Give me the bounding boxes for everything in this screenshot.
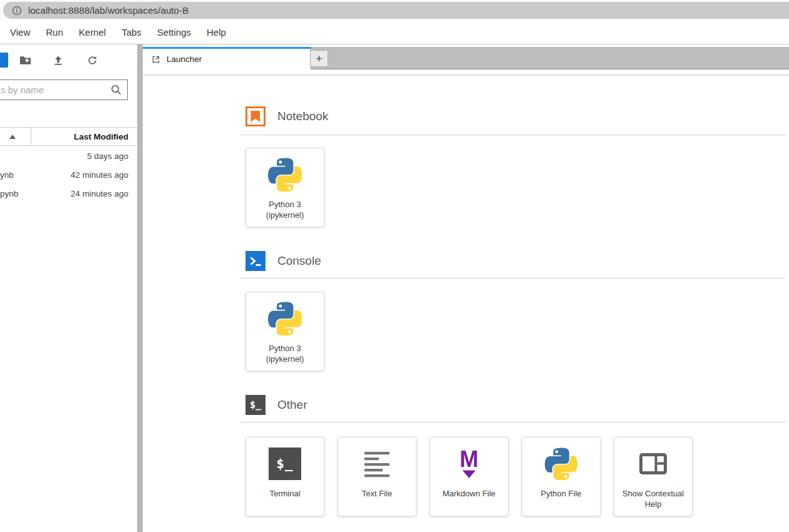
info-icon[interactable] bbox=[12, 6, 22, 16]
launcher-card-terminal[interactable]: $_ Terminal bbox=[245, 437, 324, 516]
python-logo-icon bbox=[545, 446, 577, 481]
file-browser-panel: Last Modified 5 days ago ynb 42 minutes … bbox=[0, 44, 137, 532]
section-header-other: $_ Other bbox=[245, 395, 307, 415]
browser-top-bar: localhost:8888/lab/workspaces/auto-B bbox=[0, 0, 789, 20]
menu-run[interactable]: Run bbox=[46, 24, 63, 40]
menu-kernel[interactable]: Kernel bbox=[79, 24, 106, 40]
launcher-card-markdown-file[interactable]: M Markdown File bbox=[430, 437, 508, 516]
new-folder-button[interactable] bbox=[18, 53, 32, 67]
main-dock-panel: Launcher + Notebook bbox=[143, 44, 789, 532]
menu-help[interactable]: Help bbox=[207, 24, 226, 40]
file-browser-toolbar bbox=[0, 44, 137, 74]
svg-text:M: M bbox=[460, 448, 478, 472]
file-row[interactable]: 5 days ago bbox=[0, 146, 137, 165]
launcher-card-python-file[interactable]: Python File bbox=[522, 437, 601, 516]
text-file-icon bbox=[361, 446, 393, 481]
dock-tab-bar: Launcher + bbox=[143, 47, 789, 69]
python-logo-icon bbox=[268, 301, 302, 336]
address-bar[interactable]: localhost:8888/lab/workspaces/auto-B bbox=[3, 2, 789, 19]
sort-ascending-icon[interactable] bbox=[9, 135, 16, 139]
filter-files-input[interactable] bbox=[0, 79, 128, 100]
launcher-card-text-file[interactable]: Text File bbox=[338, 437, 416, 516]
terminal-icon: $_ bbox=[245, 395, 266, 415]
url-text: localhost:8888/lab/workspaces/auto-B bbox=[28, 5, 188, 16]
refresh-icon bbox=[87, 55, 98, 66]
contextual-help-icon bbox=[637, 446, 669, 481]
refresh-button[interactable] bbox=[85, 53, 99, 67]
menu-bar: View Run Kernel Tabs Settings Help bbox=[0, 20, 789, 44]
sidebar-resize-handle[interactable] bbox=[137, 44, 143, 532]
file-row[interactable]: ynb 42 minutes ago bbox=[0, 165, 137, 184]
upload-button[interactable] bbox=[51, 53, 65, 67]
section-divider bbox=[240, 422, 785, 422]
notebook-icon bbox=[245, 106, 266, 126]
section-divider bbox=[240, 135, 785, 135]
new-tab-button[interactable]: + bbox=[310, 50, 328, 67]
file-list: 5 days ago ynb 42 minutes ago pynb 24 mi… bbox=[0, 146, 137, 203]
python-logo-icon bbox=[268, 157, 302, 192]
new-launcher-button[interactable] bbox=[0, 53, 8, 68]
file-list-header: Last Modified bbox=[0, 127, 137, 146]
tab-launcher[interactable]: Launcher bbox=[143, 47, 311, 69]
launcher-top-shadow bbox=[143, 74, 789, 75]
section-divider bbox=[240, 278, 785, 279]
launcher-card-console-python3[interactable]: Python 3 (ipykernel) bbox=[245, 292, 324, 371]
menu-tabs[interactable]: Tabs bbox=[121, 24, 142, 40]
launcher-tab-icon bbox=[151, 54, 161, 64]
column-divider bbox=[31, 128, 31, 145]
launcher-card-notebook-python3[interactable]: Python 3 (ipykernel) bbox=[245, 148, 324, 227]
file-row[interactable]: pynb 24 minutes ago bbox=[0, 184, 137, 203]
terminal-icon: $_ bbox=[269, 448, 301, 480]
markdown-icon: M bbox=[453, 446, 485, 481]
menu-settings[interactable]: Settings bbox=[157, 24, 191, 40]
upload-icon bbox=[53, 55, 63, 66]
console-icon bbox=[245, 251, 266, 271]
column-last-modified[interactable]: Last Modified bbox=[74, 128, 128, 145]
jupyterlab-shell: Last Modified 5 days ago ynb 42 minutes … bbox=[0, 44, 789, 532]
launcher-card-show-contextual-help[interactable]: Show Contextual Help bbox=[614, 437, 693, 516]
section-header-console: Console bbox=[245, 251, 321, 271]
new-folder-icon bbox=[19, 55, 31, 65]
menu-view[interactable]: View bbox=[10, 24, 30, 40]
section-header-notebook: Notebook bbox=[245, 106, 328, 126]
